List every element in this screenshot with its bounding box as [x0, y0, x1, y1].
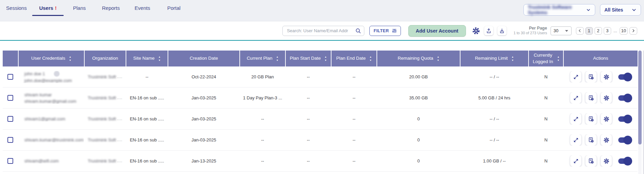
expand-button[interactable] — [570, 134, 581, 146]
prev-page-button[interactable] — [576, 27, 584, 35]
site-name-cell: EN-16 on sub ..... — [126, 137, 168, 142]
actions-cell — [564, 113, 638, 124]
top-right-selects: Trustmink Software Systems All Sites — [523, 4, 641, 16]
sort-arrows[interactable]: ▲▼ — [158, 56, 161, 61]
expand-button[interactable] — [570, 113, 581, 124]
account-info-button[interactable] — [585, 71, 597, 82]
page-button-1[interactable]: 1 — [585, 27, 593, 35]
sort-desc-icon[interactable]: ▼ — [69, 59, 71, 61]
download-button[interactable] — [497, 26, 507, 35]
sort-asc-icon[interactable]: ▲ — [158, 56, 161, 58]
account-info-button[interactable] — [585, 134, 597, 146]
page-button-10[interactable]: 10 — [620, 27, 628, 35]
sort-asc-icon[interactable]: ▲ — [276, 56, 278, 58]
column-header-remaining-quota[interactable]: Remaining Quota ▲▼ — [377, 51, 460, 66]
column-header-currently-logged-in[interactable]: Currently Logged In ▲▼ — [529, 51, 563, 66]
search-input[interactable] — [282, 26, 364, 36]
search-icon[interactable] — [355, 28, 361, 35]
row-settings-button[interactable] — [601, 134, 612, 146]
expand-button[interactable] — [570, 71, 581, 82]
settings-gear-button[interactable] — [472, 27, 480, 35]
tab-portal[interactable]: Portal — [158, 0, 190, 16]
table-row: shivam1@gmail.com Trustmink Soft.... EN-… — [3, 109, 638, 130]
page-button-3[interactable]: 3 — [604, 27, 611, 35]
sort-desc-icon[interactable]: ▼ — [511, 59, 514, 61]
filter-sliders-icon — [391, 28, 397, 34]
enable-user-toggle[interactable] — [618, 95, 631, 101]
sort-asc-icon[interactable]: ▲ — [511, 56, 514, 58]
column-header-plan-start-date[interactable]: Plan Start Date ▲▼ — [286, 51, 331, 66]
expand-button[interactable] — [570, 92, 581, 103]
account-card-info-icon — [588, 116, 594, 122]
tab-plans[interactable]: Plans — [64, 0, 95, 16]
row-checkbox[interactable] — [7, 158, 13, 164]
remaining-quota-cell: 0 — [377, 137, 460, 142]
currently-logged-in-cell: N — [529, 137, 563, 142]
sort-arrows[interactable]: ▲▼ — [324, 56, 327, 61]
table-vertical-scrollbar[interactable] — [638, 51, 642, 174]
row-settings-button[interactable] — [601, 155, 612, 167]
organization-cell: Trustmink Soft.... — [85, 95, 126, 100]
sort-asc-icon[interactable]: ▲ — [557, 56, 560, 58]
enable-user-toggle[interactable] — [618, 158, 631, 164]
sort-arrows[interactable]: ▲▼ — [69, 56, 71, 61]
active-tab-underline — [32, 15, 64, 16]
scrollbar-thumb[interactable] — [638, 51, 642, 144]
row-settings-button[interactable] — [601, 71, 612, 82]
sort-arrows[interactable]: ▲▼ — [276, 56, 278, 61]
enable-user-toggle[interactable] — [618, 137, 631, 143]
sort-arrows[interactable]: ▲▼ — [511, 56, 514, 61]
sort-desc-icon[interactable]: ▼ — [369, 59, 372, 61]
sort-asc-icon[interactable]: ▲ — [369, 56, 372, 58]
tab-bar: Sessions Users ! Plans Reports Events Po… — [1, 0, 190, 16]
row-checkbox[interactable] — [7, 116, 13, 122]
column-header-remaining-limit[interactable]: Remaining Limit ▲▼ — [460, 51, 528, 66]
organization-select[interactable]: Trustmink Software Systems — [523, 4, 595, 16]
enable-user-toggle[interactable] — [618, 74, 631, 80]
sort-arrows[interactable]: ▲▼ — [557, 56, 560, 61]
column-header-user-credentials[interactable]: User Credentials ▲▼ — [19, 51, 84, 66]
column-header-creation-date[interactable]: Creation Date — [168, 51, 239, 66]
next-page-button[interactable] — [629, 27, 637, 35]
site-select-value: All Sites — [604, 7, 623, 13]
row-checkbox[interactable] — [7, 137, 13, 143]
expand-button[interactable] — [570, 155, 581, 167]
sort-asc-icon[interactable]: ▲ — [437, 56, 439, 58]
sort-desc-icon[interactable]: ▼ — [276, 59, 278, 61]
sort-asc-icon[interactable]: ▲ — [69, 56, 71, 58]
row-checkbox[interactable] — [7, 95, 13, 101]
row-checkbox[interactable] — [7, 74, 13, 80]
sort-desc-icon[interactable]: ▼ — [324, 59, 327, 61]
row-settings-button[interactable] — [601, 113, 612, 124]
sort-desc-icon[interactable]: ▼ — [557, 59, 560, 61]
sort-asc-icon[interactable]: ▲ — [324, 56, 327, 58]
column-header-current-plan[interactable]: Current Plan ▲▼ — [240, 51, 285, 66]
tab-users[interactable]: Users ! — [32, 0, 64, 16]
column-header-organization[interactable]: Organization — [85, 51, 126, 66]
sort-arrows[interactable]: ▲▼ — [369, 56, 372, 61]
enable-user-toggle[interactable] — [618, 116, 631, 122]
row-settings-button[interactable] — [601, 92, 612, 103]
tab-sessions[interactable]: Sessions — [1, 0, 32, 16]
column-label: Plan End Date — [336, 55, 366, 61]
upload-button[interactable] — [484, 26, 493, 35]
sort-desc-icon[interactable]: ▼ — [158, 59, 161, 61]
column-header-site-name[interactable]: Site Name ▲▼ — [126, 51, 168, 66]
organization-name: Trustmink Soft — [88, 74, 116, 79]
add-user-account-button[interactable]: Add User Account — [408, 25, 466, 37]
column-header-plan-end-date[interactable]: Plan End Date ▲▼ — [331, 51, 377, 66]
tab-reports[interactable]: Reports — [95, 0, 127, 16]
tab-events[interactable]: Events — [127, 0, 158, 16]
page-number: 10 — [621, 28, 626, 33]
filter-button[interactable]: FILTER — [369, 26, 401, 36]
account-info-button[interactable] — [585, 113, 597, 124]
remaining-limit-cell: -- / -- — [460, 137, 528, 142]
account-info-button[interactable] — [585, 155, 597, 167]
page-button-2[interactable]: 2 — [595, 27, 602, 35]
add-user-account-label: Add User Account — [416, 28, 458, 34]
sort-arrows[interactable]: ▲▼ — [437, 56, 439, 61]
per-page-select[interactable]: 30 — [551, 26, 572, 35]
sort-desc-icon[interactable]: ▼ — [437, 59, 439, 61]
site-filter-select[interactable]: All Sites — [600, 4, 641, 16]
account-info-button[interactable] — [585, 92, 597, 103]
